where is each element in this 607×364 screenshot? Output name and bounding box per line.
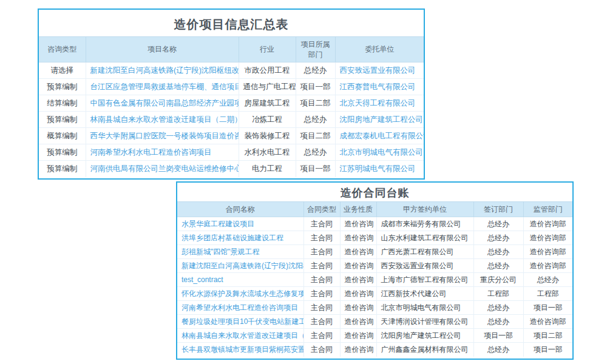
cell-client[interactable]: 沈阳房地产建筑工程公司 — [335, 112, 424, 128]
table-row: 预算编制河南希望水利水电工程造价咨询项目水利水电工程总经办北京市明城电气有限公司 — [39, 144, 424, 161]
cell-type: 主合同 — [304, 217, 340, 231]
column-header-type: 咨询类型 — [39, 37, 86, 62]
cell-sign_dept: 总经办 — [473, 245, 523, 259]
cell-type: 主合同 — [304, 329, 340, 343]
cell-sign_dept: 总经办 — [473, 343, 523, 357]
column-header-industry: 行业 — [239, 37, 296, 62]
cell-biz: 造价咨询 — [340, 301, 376, 315]
cell-client[interactable]: 西安致远置业有限公司 — [335, 62, 424, 79]
cell-type: 主合同 — [304, 343, 340, 357]
cell-type: 预算编制 — [39, 161, 86, 177]
cell-type[interactable]: 请选择 — [39, 62, 86, 79]
cell-supervise_dept: 造价咨询部 — [523, 259, 572, 273]
cell-type: 主合同 — [304, 259, 340, 273]
table-row: 怀化水源保护及舞水流域水生态修复项目合同主合同造价咨询江西新技术代建公司工程部工… — [177, 287, 572, 301]
cell-dept: 项目二部 — [296, 95, 335, 112]
table-row: 长丰县双墩镇城市更新项目紫桐苑安置点主合同造价咨询广州鑫鑫金属材料有限公司总经办… — [177, 343, 572, 357]
table-row: 林南县城自来水取水管道改迁建项目（二期）主合同造价咨询沈阳房地产建筑工程公司项目… — [177, 329, 572, 343]
cell-name[interactable]: 水景华庭工程建设项目 — [177, 217, 304, 231]
cell-industry: 市政公用工程 — [239, 62, 296, 79]
table-row: test_contract主合同造价咨询上海市广德智工程有限公司重庆分公司总经办 — [177, 273, 572, 287]
summary-table-title: 造价项目信息汇总表 — [39, 10, 424, 36]
column-header-name: 合同名称 — [177, 202, 304, 217]
cell-client[interactable]: 北京市明城电气有限公司 — [335, 144, 424, 161]
contract-ledger-title: 造价合同台账 — [177, 183, 572, 201]
cell-party: 山东水利建筑工程有限公司 — [376, 231, 473, 245]
cell-supervise_dept: 造价咨询部 — [523, 315, 572, 329]
cell-type: 预算编制 — [39, 144, 86, 161]
cell-name[interactable]: 河南希望水利水电工程造价咨询项目 — [86, 144, 239, 161]
cell-supervise_dept: 项目一部 — [523, 343, 572, 357]
cell-sign_dept: 总经办 — [473, 259, 523, 273]
table-row: 预算编制河南供电局有限公司兰岗变电站运维抢修中心项目电力工程项目一部江苏明城电气… — [39, 161, 424, 177]
cell-biz: 造价咨询 — [340, 245, 376, 259]
cell-biz: 造价咨询 — [340, 273, 376, 287]
cell-sign_dept: 工程部 — [473, 287, 523, 301]
cell-industry: 装饰装修工程 — [239, 128, 296, 144]
cell-name[interactable]: 彭祖新城"四馆"景观工程 — [177, 245, 304, 259]
cell-name[interactable]: 怀化水源保护及舞水流域水生态修复项目合同 — [177, 287, 304, 301]
cell-party: 天津博润设计管理有限公司 — [376, 315, 473, 329]
cell-industry: 通信与广电工程 — [239, 79, 296, 95]
cell-type: 概算编制 — [39, 128, 86, 144]
cell-client[interactable]: 北京天得工程有限公司 — [335, 95, 424, 112]
column-header-name: 项目名称 — [86, 37, 239, 62]
cell-type: 主合同 — [304, 231, 340, 245]
cell-supervise_dept: 工程部 — [523, 287, 572, 301]
cell-type: 预算编制 — [39, 112, 86, 128]
cell-name[interactable]: 林南县城自来水取水管道改迁建项目（二期） — [86, 112, 239, 128]
cell-party: 北京市明城电气有限公司 — [376, 301, 473, 315]
contract-header-row: 合同名称合同类型业务性质甲方签约单位签订部门监管部门 — [177, 202, 572, 217]
cell-name[interactable]: test_contract — [177, 273, 304, 287]
cell-name[interactable]: 新建沈阳至白河高速铁路(辽宁段)沈阳枢纽改建工程 — [86, 62, 239, 79]
cell-supervise_dept: 项目一部 — [523, 301, 572, 315]
cell-dept: 总经办 — [296, 144, 335, 161]
cell-name[interactable]: 西华大学附属口腔医院一号楼装饰项目造价咨询 — [86, 128, 239, 144]
cell-name[interactable]: 河南希望水利水电工程造价咨询项目 — [177, 301, 304, 315]
cell-sign_dept: 总经办 — [473, 231, 523, 245]
summary-table: 咨询类型项目名称行业项目所属部门委托单位 请选择新建沈阳至白河高速铁路(辽宁段)… — [39, 36, 424, 177]
table-row: 彭祖新城"四馆"景观工程主合同造价咨询广西光萧工程有限公司总经办造价咨询部 — [177, 245, 572, 259]
cell-type: 主合同 — [304, 315, 340, 329]
cell-biz: 造价咨询 — [340, 259, 376, 273]
cell-party: 广州鑫鑫金属材料有限公司 — [376, 343, 473, 357]
cell-name[interactable]: 长丰县双墩镇城市更新项目紫桐苑安置点 — [177, 343, 304, 357]
cell-biz: 造价咨询 — [340, 287, 376, 301]
table-row: 河南希望水利水电工程造价咨询项目主合同造价咨询北京市明城电气有限公司总经办项目一… — [177, 301, 572, 315]
cell-client[interactable]: 江苏明城电气有限公司 — [335, 161, 424, 177]
cell-party: 上海市广德智工程有限公司 — [376, 273, 473, 287]
cell-sign_dept: 项目一部 — [473, 329, 523, 343]
column-header-biz: 业务性质 — [340, 202, 376, 217]
cell-party: 沈阳房地产建筑工程公司 — [376, 329, 473, 343]
column-header-type: 合同类型 — [304, 202, 340, 217]
cell-supervise_dept: 造价咨询部 — [523, 245, 572, 259]
table-row: 新建沈阳至白河高速铁路(辽宁段)沈阳枢纽改建工程主合同造价咨询西安致远置业有限公… — [177, 259, 572, 273]
cell-name[interactable]: 台江区应急管理局救援基地停车棚、通信项目 — [86, 79, 239, 95]
table-row: 预算编制台江区应急管理局救援基地停车棚、通信项目通信与广电工程项目一部江西赛普电… — [39, 79, 424, 95]
cell-industry: 房屋建筑工程 — [239, 95, 296, 112]
cell-name[interactable]: 洪埠乡团店村基础设施建设工程 — [177, 231, 304, 245]
column-header-sign_dept: 签订部门 — [473, 202, 523, 217]
cell-dept: 项目二部 — [296, 128, 335, 144]
cell-type: 预算编制 — [39, 79, 86, 95]
table-row: 餐厨垃圾处理项目10千伏变电站新建工程主合同造价咨询天津博润设计管理有限公司总经… — [177, 315, 572, 329]
table-row: 结算编制中国有色金属有限公司南昌总部经济产业园项目二期房屋建筑工程项目二部北京天… — [39, 95, 424, 112]
column-header-dept: 项目所属部门 — [296, 37, 335, 62]
cell-name[interactable]: 河南供电局有限公司兰岗变电站运维抢修中心项目 — [86, 161, 239, 177]
cell-name[interactable]: 餐厨垃圾处理项目10千伏变电站新建工程 — [177, 315, 304, 329]
cell-biz: 造价咨询 — [340, 343, 376, 357]
cell-type: 主合同 — [304, 273, 340, 287]
cell-name[interactable]: 新建沈阳至白河高速铁路(辽宁段)沈阳枢纽改建工程 — [177, 259, 304, 273]
contract-ledger-panel: 造价合同台账 合同名称合同类型业务性质甲方签约单位签订部门监管部门 水景华庭工程… — [176, 181, 574, 360]
cell-supervise_dept: 造价咨询部 — [523, 231, 572, 245]
cell-biz: 造价咨询 — [340, 329, 376, 343]
cell-client[interactable]: 江西赛普电气有限公司 — [335, 79, 424, 95]
column-header-supervise_dept: 监管部门 — [523, 202, 572, 217]
cell-industry: 水利水电工程 — [239, 144, 296, 161]
cell-name[interactable]: 林南县城自来水取水管道改迁建项目（二期） — [177, 329, 304, 343]
cell-name[interactable]: 中国有色金属有限公司南昌总部经济产业园项目二期 — [86, 95, 239, 112]
contract-ledger-table: 合同名称合同类型业务性质甲方签约单位签订部门监管部门 水景华庭工程建设项目主合同… — [177, 201, 572, 357]
cell-client[interactable]: 成都宏泰机电工程有限公司 — [335, 128, 424, 144]
table-row: 概算编制西华大学附属口腔医院一号楼装饰项目造价咨询装饰装修工程项目二部成都宏泰机… — [39, 128, 424, 144]
summary-header-row: 咨询类型项目名称行业项目所属部门委托单位 — [39, 37, 424, 62]
